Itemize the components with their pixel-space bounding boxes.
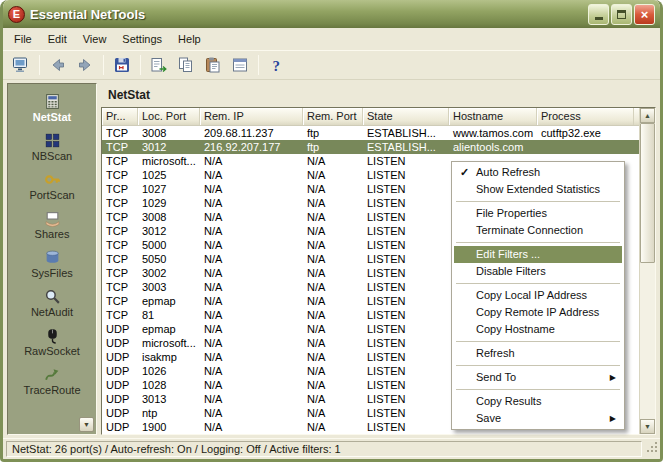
table-header: Pr...Loc. PortRem. IPRem. PortStateHostn… bbox=[102, 108, 639, 126]
cell-state: LISTEN bbox=[363, 406, 449, 420]
cell-pr: UDP bbox=[102, 350, 138, 364]
cell-hostname: alientools.com bbox=[449, 140, 537, 154]
sidebar-item-rawsocket[interactable]: RawSocket bbox=[8, 322, 96, 361]
column-header-state[interactable]: State bbox=[363, 108, 449, 125]
export-button[interactable] bbox=[146, 53, 172, 77]
menu-separator bbox=[456, 365, 620, 366]
context-menu-item-edit-filters[interactable]: Edit Filters ... bbox=[454, 246, 622, 263]
column-header-process[interactable]: Process bbox=[537, 108, 634, 125]
sidebar-item-netstat[interactable]: NetStat bbox=[8, 88, 96, 127]
minimize-button[interactable] bbox=[588, 4, 609, 25]
cell-pr: TCP bbox=[102, 196, 138, 210]
cell-state: LISTEN bbox=[363, 224, 449, 238]
resize-grip[interactable] bbox=[646, 439, 658, 457]
maximize-button[interactable] bbox=[611, 4, 632, 25]
check-icon: ✓ bbox=[460, 164, 469, 181]
scrollbar-thumb[interactable] bbox=[640, 123, 655, 263]
context-menu-item-disable-filters[interactable]: Disable Filters bbox=[454, 263, 622, 280]
copy-button[interactable] bbox=[173, 53, 199, 77]
sidebar-items: NetStatNBScanPortScanSharesSysFilesNetAu… bbox=[8, 88, 96, 400]
table-row[interactable]: TCP3012216.92.207.177ftpESTABLISH...alie… bbox=[102, 140, 639, 154]
sidebar-item-shares[interactable]: Shares bbox=[8, 205, 96, 244]
report-button[interactable] bbox=[227, 53, 253, 77]
column-header-loc-port[interactable]: Loc. Port bbox=[138, 108, 200, 125]
svg-text:?: ? bbox=[273, 58, 281, 74]
context-menu-item-terminate-connection[interactable]: Terminate Connection bbox=[454, 222, 622, 239]
forward-button[interactable] bbox=[72, 53, 98, 77]
context-menu-item-auto-refresh[interactable]: ✓Auto Refresh bbox=[454, 164, 622, 181]
cell-rem-port: N/A bbox=[303, 182, 363, 196]
column-header-pr[interactable]: Pr... bbox=[102, 108, 138, 125]
titlebar-buttons: × bbox=[588, 4, 655, 25]
cell-loc-port: 3012 bbox=[138, 140, 200, 154]
context-menu-item-show-extended-statistics[interactable]: Show Extended Statistics bbox=[454, 181, 622, 198]
context-menu-item-copy-results[interactable]: Copy Results bbox=[454, 393, 622, 410]
connections-button[interactable] bbox=[8, 53, 34, 77]
cell-rem-ip: N/A bbox=[200, 392, 303, 406]
sidebar-item-sysfiles[interactable]: SysFiles bbox=[8, 244, 96, 283]
scroll-up-button[interactable]: ▲ bbox=[640, 108, 655, 123]
context-menu-item-save[interactable]: Save▶ bbox=[454, 410, 622, 427]
sidebar-item-nbscan[interactable]: NBScan bbox=[8, 127, 96, 166]
cell-state: LISTEN bbox=[363, 392, 449, 406]
cell-rem-ip: N/A bbox=[200, 406, 303, 420]
cell-rem-port: N/A bbox=[303, 168, 363, 182]
titlebar[interactable]: E Essential NetTools × bbox=[3, 0, 660, 28]
cell-pr: UDP bbox=[102, 406, 138, 420]
menu-view[interactable]: View bbox=[75, 29, 115, 49]
context-menu-item-label: Auto Refresh bbox=[476, 166, 540, 178]
arrow-right-icon bbox=[76, 56, 94, 74]
context-menu-item-copy-remote-ip-address[interactable]: Copy Remote IP Address bbox=[454, 304, 622, 321]
sidebar-item-portscan[interactable]: PortScan bbox=[8, 166, 96, 205]
menu-settings[interactable]: Settings bbox=[114, 29, 170, 49]
cell-pr: TCP bbox=[102, 154, 138, 168]
sidebar-item-traceroute[interactable]: TraceRoute bbox=[8, 361, 96, 400]
cell-loc-port: epmap bbox=[138, 322, 200, 336]
column-header-rem-port[interactable]: Rem. Port bbox=[303, 108, 363, 125]
cell-state: LISTEN bbox=[363, 350, 449, 364]
paste-button[interactable] bbox=[200, 53, 226, 77]
cell-rem-port: N/A bbox=[303, 322, 363, 336]
save-icon bbox=[113, 56, 131, 74]
cell-pr: TCP bbox=[102, 210, 138, 224]
cell-rem-port: N/A bbox=[303, 378, 363, 392]
cell-state: LISTEN bbox=[363, 168, 449, 182]
cell-state: ESTABLISH... bbox=[363, 140, 449, 154]
context-menu-item-file-properties[interactable]: File Properties bbox=[454, 205, 622, 222]
cell-state: LISTEN bbox=[363, 322, 449, 336]
vertical-scrollbar[interactable]: ▲ ▼ bbox=[639, 108, 655, 434]
column-header-hostname[interactable]: Hostname bbox=[449, 108, 537, 125]
menu-edit[interactable]: Edit bbox=[40, 29, 75, 49]
cell-loc-port: 1025 bbox=[138, 168, 200, 182]
context-menu-item-label: Copy Remote IP Address bbox=[476, 306, 599, 318]
context-menu-item-send-to[interactable]: Send To▶ bbox=[454, 369, 622, 386]
back-button[interactable] bbox=[45, 53, 71, 77]
report-icon bbox=[231, 56, 249, 74]
close-button[interactable]: × bbox=[634, 4, 655, 25]
help-icon: ? bbox=[268, 56, 286, 74]
sidebar-item-netaudit[interactable]: NetAudit bbox=[8, 283, 96, 322]
column-header-rem-ip[interactable]: Rem. IP bbox=[200, 108, 303, 125]
cell-loc-port: 1900 bbox=[138, 420, 200, 434]
context-menu-item-refresh[interactable]: Refresh bbox=[454, 345, 622, 362]
table-row[interactable]: TCP3008209.68.11.237ftpESTABLISH...www.t… bbox=[102, 126, 639, 140]
cell-state: LISTEN bbox=[363, 266, 449, 280]
help-button[interactable]: ? bbox=[264, 53, 290, 77]
context-menu-item-copy-hostname[interactable]: Copy Hostname bbox=[454, 321, 622, 338]
menu-file[interactable]: File bbox=[6, 29, 40, 49]
scroll-down-button[interactable]: ▼ bbox=[640, 419, 655, 434]
sidebar-scroll-down-button[interactable]: ▼ bbox=[79, 417, 94, 432]
cell-state: LISTEN bbox=[363, 210, 449, 224]
scrollbar-track[interactable] bbox=[640, 123, 655, 419]
cell-rem-port: ftp bbox=[303, 140, 363, 154]
cell-loc-port: 5000 bbox=[138, 238, 200, 252]
cell-rem-ip: N/A bbox=[200, 308, 303, 322]
context-menu-item-copy-local-ip-address[interactable]: Copy Local IP Address bbox=[454, 287, 622, 304]
menu-help[interactable]: Help bbox=[170, 29, 209, 49]
cell-rem-ip: N/A bbox=[200, 154, 303, 168]
cell-loc-port: 3013 bbox=[138, 392, 200, 406]
save-button[interactable] bbox=[109, 53, 135, 77]
context-menu-item-label: Copy Results bbox=[476, 395, 541, 407]
traceroute-icon bbox=[44, 366, 61, 383]
window-title: Essential NetTools bbox=[30, 7, 583, 22]
